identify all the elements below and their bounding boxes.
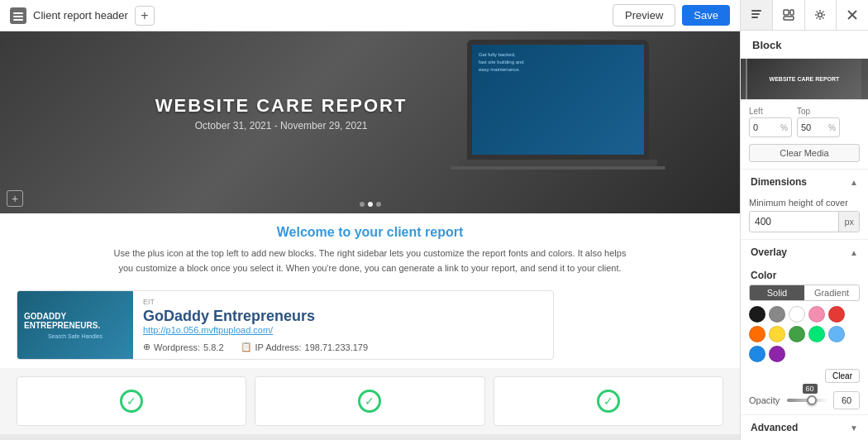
position-top-value: 50 [801,122,811,132]
panel-icon-edit[interactable] [741,0,773,30]
report-card-thumbnail: GoDaddy Entrepreneurs. Search Safe Handl… [17,291,133,359]
advanced-chevron: ▼ [850,423,858,433]
hero-dot-1 [360,202,365,207]
svg-rect-7 [790,10,794,15]
report-card-url[interactable]: http://p1o.056.mvftpupload.com/ [143,325,543,335]
check-icon-1: ✓ [120,390,143,413]
position-left-input[interactable]: 0 % [749,117,792,137]
laptop-bottom [451,166,665,170]
hero-add-button[interactable]: + [7,190,23,207]
thumbnail-inner: GoDaddy Entrepreneurs. Search Safe Handl… [17,291,133,359]
dimensions-section-header[interactable]: Dimensions ▲ [741,170,868,194]
opacity-slider[interactable]: 60 [787,399,828,402]
min-height-label: Minimum height of cover [749,198,860,208]
layout-icon [782,8,795,22]
laptop-text-1: Get fully backed, [479,51,637,59]
color-swatch-green[interactable] [789,326,805,342]
hero-text-overlay: WEBSITE CARE REPORT October 31, 2021 - N… [155,95,407,132]
advanced-title: Advanced [751,422,798,433]
check-icon-3: ✓ [597,390,620,413]
position-top-label: Top [797,107,840,116]
opacity-slider-thumb [807,395,817,405]
svg-rect-6 [784,10,789,15]
min-height-value: 400 [750,216,838,227]
min-height-input[interactable]: 400 px [749,211,860,232]
report-card-eit: EIT [143,298,543,306]
color-swatch-green-light[interactable] [808,326,825,342]
color-swatch-purple[interactable] [769,346,785,362]
ip-address: 198.71.233.179 [305,342,368,352]
top-bar-left: Client report header + [10,6,155,26]
panel-thumb-text: WEBSITE CARE REPORT [770,76,840,82]
position-left-label: Left [749,107,792,116]
dimensions-section: Dimensions ▲ Minimum height of cover 400… [741,169,868,239]
meta-wordpress: ⊕ Wordpress: 5.8.2 [143,342,224,352]
color-label: Color [741,265,868,285]
color-swatch-yellow[interactable] [769,326,785,342]
color-swatch-blue[interactable] [749,346,765,362]
laptop-text-3: easy maintenance. [479,66,637,74]
app-logo [10,7,26,24]
top-bar: Client report header + Preview Save [0,0,740,31]
color-swatch-black[interactable] [749,306,765,323]
svg-point-9 [818,13,823,17]
color-swatch-pink[interactable] [808,306,825,323]
overlay-section: Overlay ▲ Color Solid Gradient Clear [741,239,868,414]
dimensions-title: Dimensions [751,176,807,188]
panel-position-row: Left 0 % Top 50 % [741,100,868,144]
welcome-description: Use the plus icon at the top left to add… [106,246,635,275]
close-icon [847,9,858,21]
hero-report-title: WEBSITE CARE REPORT [155,95,407,117]
color-swatch-gray[interactable] [769,306,785,323]
color-swatch-blue-light[interactable] [828,326,845,342]
report-card-section: GoDaddy Entrepreneurs. Search Safe Handl… [0,282,740,368]
right-panel: Block WEBSITE CARE REPORT Left 0 % Top 5… [740,0,868,440]
color-swatch-red[interactable] [828,306,845,323]
advanced-section-header[interactable]: Advanced ▼ [741,415,868,440]
panel-thumb-preview: WEBSITE CARE REPORT [747,59,862,100]
check-icon-2: ✓ [358,390,381,413]
color-swatch-white[interactable] [789,306,805,323]
ip-label: IP Address: [255,342,302,352]
hero-date: October 31, 2021 - November 29, 2021 [155,120,407,132]
laptop-base [459,160,657,166]
color-swatch-orange[interactable] [749,326,765,342]
color-clear-button[interactable]: Clear [825,369,860,383]
panel-close-button[interactable] [837,0,868,30]
preview-button[interactable]: Preview [613,4,675,26]
welcome-title: Welcome to your client report [17,225,723,240]
settings-icon [813,8,827,22]
save-button[interactable]: Save [682,5,730,26]
overlay-title: Overlay [751,246,787,258]
position-top-unit: % [828,123,836,132]
status-card-2: ✓ [255,376,484,426]
svg-rect-4 [751,13,760,15]
panel-thumbnail: WEBSITE CARE REPORT [741,59,868,100]
overlay-section-header[interactable]: Overlay ▲ [741,240,868,265]
panel-icon-settings[interactable] [805,0,837,30]
position-top-group: Top 50 % [797,107,840,137]
wordpress-version: 5.8.2 [203,342,223,352]
edit-icon [750,8,763,22]
laptop-screen: Get fully backed, fast site building and… [467,40,649,160]
advanced-section: Advanced ▼ [741,414,868,440]
opacity-value[interactable]: 60 [833,391,860,409]
color-tab-gradient[interactable]: Gradient [804,285,859,300]
report-card-content: EIT GoDaddy Entrepreneurs http://p1o.056… [133,291,553,359]
panel-icon-layout[interactable] [773,0,805,30]
page-title: Client report header [33,9,128,22]
add-block-button[interactable]: + [135,6,155,26]
report-card-domain: GoDaddy Entrepreneurs [143,308,543,325]
report-card-meta: ⊕ Wordpress: 5.8.2 📋 IP Address: 198.71.… [143,342,543,352]
hero-laptop-mockup: Get fully backed, fast site building and… [442,40,674,197]
min-height-unit: px [838,212,859,232]
color-swatches [741,306,868,367]
laptop-screen-content: Get fully backed, fast site building and… [472,45,644,155]
position-top-input[interactable]: 50 % [797,117,840,137]
color-tab-solid[interactable]: Solid [750,285,804,300]
clear-media-button[interactable]: Clear Media [749,144,860,162]
hero-dot-3 [376,202,381,207]
report-card: GoDaddy Entrepreneurs. Search Safe Handl… [17,290,554,360]
svg-rect-1 [13,16,23,17]
position-left-value: 0 [753,122,758,132]
